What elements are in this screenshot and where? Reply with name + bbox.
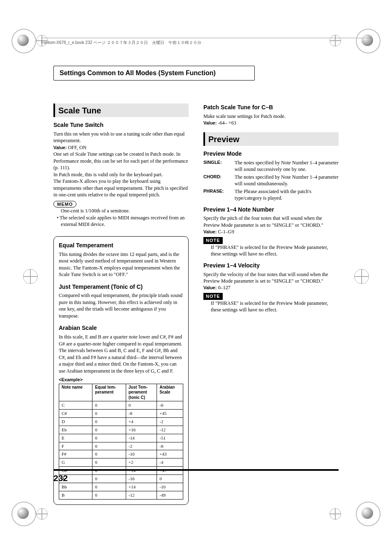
heading-preview-note-number: Preview 1–4 Note Number — [203, 206, 339, 214]
corner-sphere-icon — [12, 502, 36, 526]
table-cell: -49 — [157, 491, 183, 499]
registration-mark-icon — [330, 508, 341, 520]
table-row: Eb0+16-12 — [59, 426, 183, 434]
table-cell: 0 — [92, 410, 126, 418]
definition-key: CHORD: — [203, 174, 231, 187]
table-cell: -8 — [157, 442, 183, 450]
table-cell: D — [59, 418, 92, 426]
heading-preview-velocity: Preview 1–4 Velocity — [203, 262, 339, 269]
table-cell: -51 — [157, 434, 183, 442]
table-row: E0-14-51 — [59, 434, 183, 442]
body-text: Turn this on when you wish to use a tuni… — [53, 131, 189, 144]
note-text: If "PHRASE" is selected for the Preview … — [203, 300, 339, 313]
body-text: Compared with equal temperament, the pri… — [59, 292, 183, 319]
table-cell: B — [59, 491, 92, 499]
table-cell: 0 — [92, 458, 126, 467]
heading-preview-mode: Preview Mode — [203, 150, 339, 158]
page-title-bar: Settings Common to All Modes (System Fun… — [53, 66, 255, 81]
value-line: Value: C-1–G9 — [203, 228, 339, 235]
table-cell: -12 — [126, 491, 157, 499]
table-row: F#0-10+43 — [59, 450, 183, 458]
table-header: Just Tem-perament(tonic C) — [126, 384, 157, 401]
heading-scale-tune-switch: Scale Tune Switch — [53, 121, 189, 129]
value-line: Value: 0–127 — [203, 284, 339, 291]
table-cell: -14 — [126, 434, 157, 442]
table-cell: E — [59, 434, 92, 442]
table-cell: 0 — [92, 418, 126, 426]
memo-bullet: • The selected scale applies to MIDI mes… — [53, 214, 189, 228]
definition-key: PHRASE: — [203, 188, 231, 202]
print-header-text: Fantom-X678_r_e.book 232 ページ ２００７年３月２０日 … — [41, 40, 201, 46]
body-text: This tuning divides the octave into 12 e… — [59, 251, 183, 278]
example-label: <Example> — [59, 377, 183, 383]
footer-rule — [53, 469, 339, 471]
heading-equal-temperament: Equal Temperament — [59, 242, 183, 249]
section-preview: Preview — [203, 132, 339, 146]
definition-key: SINGLE: — [203, 159, 231, 173]
body-text: One set of Scale Tune settings can be cr… — [53, 151, 189, 171]
table-row: F0-2-8 — [59, 442, 183, 450]
registration-mark-icon — [23, 269, 38, 284]
table-cell: C — [59, 401, 92, 410]
tune-table: Note nameEqual tem-peramentJust Tem-pera… — [59, 384, 183, 500]
table-header: Equal tem-perament — [92, 384, 126, 401]
section-scale-tune: Scale Tune — [53, 104, 189, 117]
temperament-box: Equal Temperament This tuning divides th… — [53, 236, 189, 505]
body-text: Specify the velocity of the four notes t… — [203, 271, 339, 285]
corner-sphere-icon — [12, 29, 36, 53]
definition-value: The notes specified by Note Number 1–4 p… — [235, 159, 339, 173]
body-text: In this scale, E and B are a quarter not… — [59, 334, 183, 374]
table-row: A0-160 — [59, 475, 183, 483]
definition-value: The Phrase associated with the patch's t… — [235, 188, 339, 202]
note-badge: NOTE — [203, 237, 223, 244]
table-cell: 0 — [92, 475, 126, 483]
table-cell: -6 — [157, 401, 183, 410]
table-cell: Bb — [59, 483, 92, 491]
page-title: Settings Common to All Modes (System Fun… — [60, 69, 216, 76]
table-cell: +16 — [126, 426, 157, 434]
table-cell: Eb — [59, 426, 92, 434]
definition-row: PHRASE:The Phrase associated with the pa… — [203, 188, 339, 202]
table-header: ArabianScale — [157, 384, 183, 401]
table-cell: -10 — [126, 450, 157, 458]
table-row: Bb0+14-10 — [59, 483, 183, 491]
table-cell: -12 — [157, 426, 183, 434]
table-cell: 0 — [92, 401, 126, 410]
left-column: Scale Tune Scale Tune Switch Turn this o… — [53, 104, 189, 505]
registration-mark-icon — [36, 508, 48, 520]
table-cell: +45 — [157, 410, 183, 418]
table-cell: -2 — [126, 442, 157, 450]
table-cell: F — [59, 442, 92, 450]
registration-mark-icon — [354, 269, 369, 284]
table-cell: F# — [59, 450, 92, 458]
table-cell: 0 — [92, 491, 126, 499]
print-header: Fantom-X678_r_e.book 232 ページ ２００７年３月２０日 … — [41, 38, 371, 46]
definition-row: CHORD:The notes specified by Note Number… — [203, 174, 339, 187]
right-column: Patch Scale Tune for C–B Make scale tune… — [203, 104, 339, 505]
table-cell: +4 — [126, 418, 157, 426]
definition-value: The notes specified by Note Number 1–4 p… — [235, 174, 339, 187]
table-header: Note name — [59, 384, 92, 401]
table-row: B0-12-49 — [59, 491, 183, 499]
table-cell: -16 — [126, 475, 157, 483]
body-text: The Fantom-X allows you to play the keyb… — [53, 178, 189, 198]
table-cell: 0 — [92, 483, 126, 491]
table-cell: -2 — [157, 418, 183, 426]
table-cell: +43 — [157, 450, 183, 458]
memo-text: One-cent is 1/100th of a semitone. — [53, 207, 189, 214]
table-cell: +2 — [126, 458, 157, 467]
heading-just-temperament: Just Temperament (Tonic of C) — [59, 283, 183, 291]
table-cell: 0 — [126, 401, 157, 410]
table-row: G0+2-4 — [59, 458, 183, 467]
table-cell: -4 — [157, 458, 183, 467]
value-line: Value: -64– +63 — [203, 120, 339, 126]
table-cell: C# — [59, 410, 92, 418]
table-cell: +14 — [126, 483, 157, 491]
table-cell: 0 — [92, 442, 126, 450]
table-cell: G — [59, 458, 92, 467]
definition-row: SINGLE:The notes specified by Note Numbe… — [203, 159, 339, 173]
table-row: C#0-8+45 — [59, 410, 183, 418]
corner-sphere-icon — [356, 502, 380, 526]
table-cell: 0 — [92, 450, 126, 458]
table-row: C00-6 — [59, 401, 183, 410]
